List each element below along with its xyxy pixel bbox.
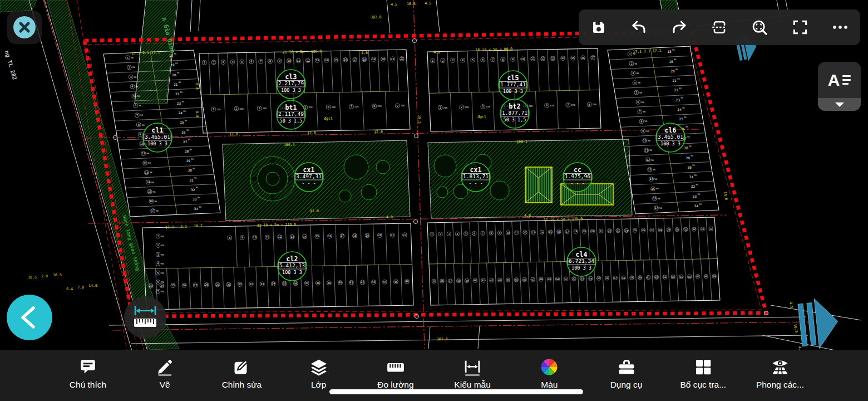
tab-label: Kiểu mẫu	[454, 380, 490, 390]
lot-divider	[246, 52, 249, 94]
park-garden-path	[344, 155, 368, 179]
lot-divider	[511, 262, 514, 304]
lot-number: 13	[532, 231, 535, 234]
lot-number: 24	[678, 107, 682, 111]
lot-number: 10	[253, 236, 257, 239]
lot-number: 59	[630, 276, 634, 279]
tab-measure[interactable]: Đo lường	[359, 355, 432, 390]
lot-number: 18	[574, 230, 578, 233]
lot-area: 95	[175, 62, 178, 65]
lot-number: 63	[663, 276, 667, 278]
lot-number: 37	[305, 281, 308, 285]
lot-divider	[627, 260, 629, 301]
lot-area: 95	[199, 206, 201, 208]
lot-number: 62	[655, 276, 658, 279]
parcel-area: 5.412,13	[279, 262, 305, 268]
lot-divider	[178, 268, 180, 310]
lot-area: 228	[216, 108, 221, 111]
lot-number: 12	[541, 57, 545, 60]
lot-number: 25	[633, 229, 637, 232]
lot-divider	[260, 226, 262, 267]
lot-number: 21	[391, 57, 394, 61]
lot-number: 1	[204, 61, 205, 64]
redo-button[interactable]	[667, 14, 692, 40]
lot-number: 8	[490, 232, 492, 234]
tab-layers[interactable]: Lớp	[282, 355, 356, 390]
more-button[interactable]	[827, 14, 853, 40]
lot-area: 96	[638, 81, 640, 84]
lot-divider	[487, 51, 489, 92]
lot-area: 96	[654, 178, 657, 180]
lot-divider	[121, 155, 211, 159]
measure-tool-button[interactable]	[124, 296, 166, 339]
tab-color[interactable]: Màu	[512, 355, 586, 390]
road-edge-line	[436, 0, 440, 32]
parcel-spec: 100 3 3	[282, 270, 302, 275]
lot-area: 96	[146, 152, 149, 155]
fullscreen-button[interactable]	[787, 14, 813, 40]
lot-number: 23	[617, 229, 620, 232]
lot-number: 4	[457, 233, 458, 236]
lot-number: 38	[457, 280, 460, 282]
lot-number: 54	[589, 277, 593, 280]
lot-divider	[568, 49, 569, 90]
pencil-icon	[155, 355, 174, 379]
lot-divider	[554, 221, 556, 262]
tab-style[interactable]: Kiểu mẫu	[436, 355, 509, 390]
lot-number: 41	[482, 279, 485, 282]
edit-square-icon	[232, 355, 251, 379]
close-button[interactable]	[7, 11, 42, 44]
lot-number: 57	[614, 277, 617, 280]
tab-edit[interactable]: Chỉnh sửa	[205, 355, 278, 390]
lot-area: 96	[132, 66, 135, 69]
lot-area: 95	[190, 148, 193, 151]
parcel-spec: 50 3 1,5	[280, 118, 303, 124]
parcel-spec: - - -	[468, 180, 483, 186]
zoom-button[interactable]	[747, 14, 772, 40]
lot-number: 30	[688, 165, 692, 169]
ruler-icon	[386, 355, 405, 379]
section-view-button[interactable]	[707, 14, 732, 40]
lot-number: 7	[351, 105, 352, 108]
dimension-text: 4.5	[391, 2, 397, 7]
lot-number: 9	[140, 133, 141, 136]
undo-button[interactable]	[626, 14, 652, 40]
lot-divider	[629, 172, 712, 175]
text-style-button[interactable]: A	[818, 62, 861, 111]
cad-drawing-canvas[interactable]: 1962963964965966967968969961096119612961…	[0, 0, 868, 401]
lot-divider	[512, 221, 514, 262]
lot-divider	[457, 51, 459, 92]
tab-tools[interactable]: Dụng cụ	[590, 355, 663, 390]
style-dropdown-strip[interactable]	[818, 98, 861, 111]
road-label: ng TL 282	[4, 50, 18, 80]
lot-number: 64	[672, 276, 675, 278]
lot-divider	[274, 52, 277, 93]
lot-number: 36	[441, 280, 444, 282]
lot-number: 14	[325, 58, 328, 62]
home-indicator[interactable]	[329, 389, 583, 394]
tab-layout[interactable]: Bố cục tra...	[667, 355, 740, 390]
dimension-text: 4.0	[524, 213, 531, 218]
lot-number: 17	[353, 58, 357, 61]
parcel-area: 1.975,96	[565, 173, 590, 179]
lot-divider	[389, 265, 391, 306]
lot-divider	[680, 218, 683, 259]
back-button[interactable]	[7, 295, 52, 340]
tab-visual-style[interactable]: Phong các...	[743, 355, 817, 390]
lot-number: 56	[605, 277, 609, 280]
lot-number: 14	[540, 231, 544, 234]
lot-divider	[256, 267, 258, 308]
lot-number: 4	[131, 85, 133, 88]
more-ellipsis-icon	[831, 18, 849, 36]
road-direction-arrow	[797, 296, 840, 350]
lot-area: 96	[150, 171, 152, 174]
tab-draw[interactable]: Vẽ	[128, 355, 201, 390]
lot-divider	[209, 53, 211, 95]
lot-number: 1	[440, 106, 441, 109]
lot-divider	[535, 91, 537, 130]
lot-divider	[544, 262, 546, 303]
dimension-text: đgcl	[324, 116, 333, 121]
save-button[interactable]	[586, 14, 611, 40]
tab-annotate[interactable]: Chú thích	[51, 355, 125, 390]
parcel-area: 2.217,79	[278, 80, 304, 86]
